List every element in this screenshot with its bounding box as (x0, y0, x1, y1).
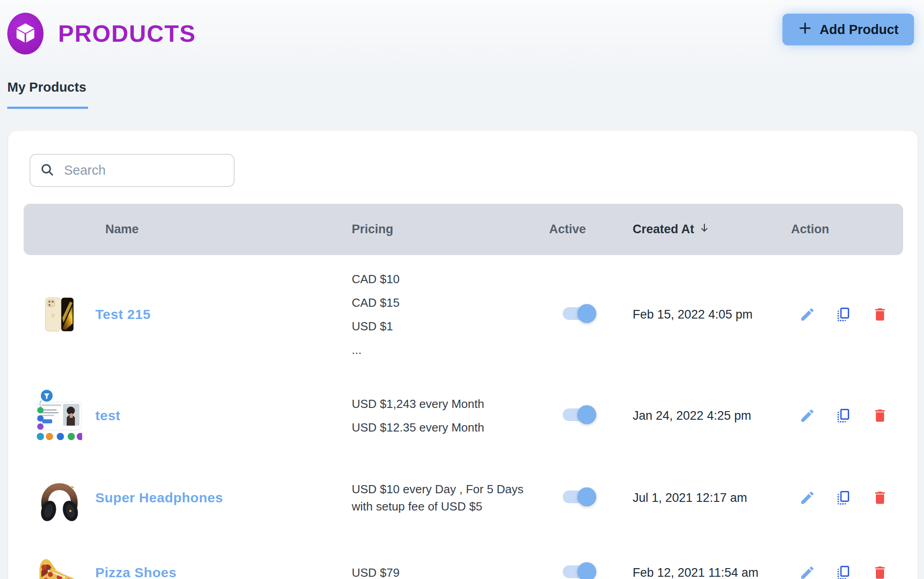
pricing-cell: USD $10 every Day , For 5 Days with setu… (342, 481, 539, 515)
product-thumbnail[interactable] (44, 297, 75, 332)
created-at-value: Jan 24, 2022 4:25 pm (623, 409, 781, 423)
plus-icon (798, 21, 812, 39)
search-input[interactable] (64, 163, 235, 178)
created-at-value: Feb 12, 2021 11:54 am (623, 566, 781, 579)
table-row: test USD $1,243 every MonthUSD $12.35 ev… (24, 374, 903, 457)
product-thumbnail[interactable] (37, 389, 82, 442)
price-line: CAD $10 (352, 270, 539, 288)
price-line: CAD $15 (352, 294, 539, 311)
copy-icon[interactable] (836, 407, 852, 424)
price-line: USD $1,243 every Month (352, 395, 539, 412)
copy-icon[interactable] (836, 490, 852, 506)
copy-icon[interactable] (836, 564, 852, 579)
page-title: PRODUCTS (58, 20, 196, 47)
add-product-button[interactable]: Add Product (782, 14, 914, 45)
product-name-link[interactable]: Pizza Shoes (95, 565, 177, 579)
page-header: PRODUCTS Add Product (0, 0, 924, 54)
sort-arrow-down-icon (699, 222, 710, 236)
delete-trash-icon[interactable] (872, 407, 888, 424)
search-box[interactable] (29, 154, 235, 187)
copy-icon[interactable] (836, 306, 852, 323)
tab-my-products[interactable]: My Products (7, 80, 88, 109)
product-name-link[interactable]: Test 215 (95, 307, 151, 322)
table-header: Name Pricing Active Created At Action (24, 204, 903, 255)
created-at-value: Jul 1, 2021 12:17 am (623, 491, 781, 505)
column-header-action: Action (781, 222, 903, 236)
pricing-cell: USD $79 (342, 564, 539, 579)
price-line: USD $12.35 every Month (352, 419, 539, 436)
price-line: USD $1 (352, 318, 539, 335)
products-card: Name Pricing Active Created At Action Te… (8, 131, 918, 579)
table-body: Test 215 CAD $10CAD $15USD $1... Feb 15,… (24, 255, 903, 579)
edit-pencil-icon[interactable] (799, 564, 816, 579)
price-line: ... (352, 341, 539, 358)
active-toggle[interactable] (563, 565, 595, 578)
column-header-created-at[interactable]: Created At (623, 222, 781, 236)
product-thumbnail[interactable] (35, 554, 84, 579)
tab-bar: My Products (7, 80, 924, 109)
active-toggle[interactable] (563, 491, 595, 503)
delete-trash-icon[interactable] (872, 490, 888, 506)
active-toggle[interactable] (563, 307, 595, 320)
table-row: Pizza Shoes USD $79 Feb 12, 2021 11:54 a… (24, 538, 903, 579)
product-thumbnail[interactable] (38, 473, 81, 523)
products-logo (7, 13, 44, 54)
created-at-value: Feb 15, 2022 4:05 pm (623, 308, 781, 322)
column-header-pricing[interactable]: Pricing (342, 222, 539, 236)
delete-trash-icon[interactable] (872, 306, 888, 323)
column-header-active[interactable]: Active (539, 222, 623, 236)
delete-trash-icon[interactable] (872, 564, 888, 579)
table-row: Test 215 CAD $10CAD $15USD $1... Feb 15,… (24, 255, 903, 374)
product-name-link[interactable]: test (95, 408, 120, 423)
pricing-cell: CAD $10CAD $15USD $1... (342, 270, 539, 358)
edit-pencil-icon[interactable] (799, 490, 816, 506)
pricing-cell: USD $1,243 every MonthUSD $12.35 every M… (342, 395, 539, 436)
active-toggle[interactable] (563, 408, 595, 421)
column-header-name[interactable]: Name (95, 222, 342, 236)
price-line: USD $79 (352, 564, 539, 579)
package-cube-icon (14, 21, 37, 46)
table-row: Super Headphones USD $10 every Day , For… (24, 457, 903, 538)
product-name-link[interactable]: Super Headphones (95, 490, 223, 505)
add-product-label: Add Product (820, 22, 899, 37)
search-icon (39, 162, 55, 179)
price-line: USD $10 every Day , For 5 Days with setu… (352, 481, 539, 515)
tab-label: My Products (7, 80, 86, 94)
edit-pencil-icon[interactable] (799, 407, 816, 424)
edit-pencil-icon[interactable] (799, 306, 816, 323)
